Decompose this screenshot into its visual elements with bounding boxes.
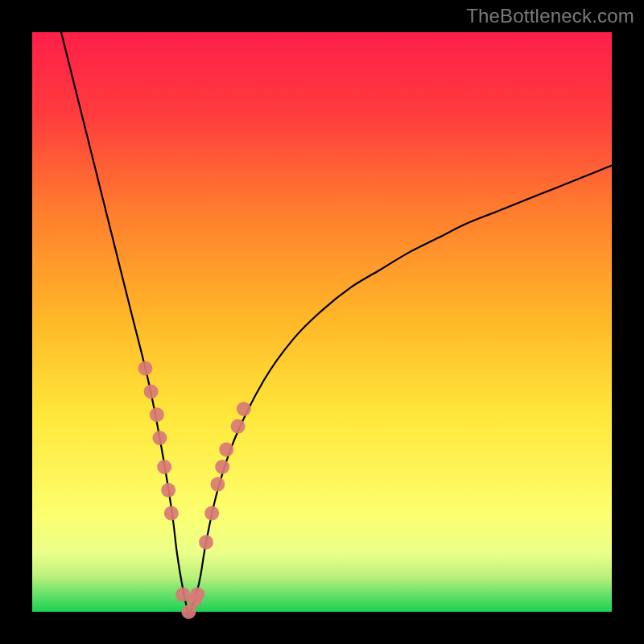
chart-frame: TheBottleneck.com — [0, 0, 644, 644]
marker-point — [157, 460, 171, 474]
marker-point — [237, 402, 251, 416]
marker-point — [138, 361, 152, 376]
marker-point — [204, 506, 219, 521]
marker-point — [144, 384, 159, 398]
plot-area — [32, 32, 612, 612]
marker-point — [215, 460, 229, 474]
marker-point — [199, 535, 213, 550]
marker-point — [161, 483, 175, 497]
marker-point — [150, 407, 164, 422]
marker-point — [210, 477, 225, 492]
marker-point — [152, 431, 167, 445]
watermark-text: TheBottleneck.com — [466, 5, 634, 27]
marker-point — [231, 419, 246, 434]
marker-group — [138, 361, 250, 619]
marker-point — [190, 587, 204, 601]
bottleneck-curve-path — [61, 32, 612, 612]
marker-point — [164, 506, 179, 521]
marker-point — [219, 442, 233, 456]
chart-svg — [32, 32, 612, 612]
